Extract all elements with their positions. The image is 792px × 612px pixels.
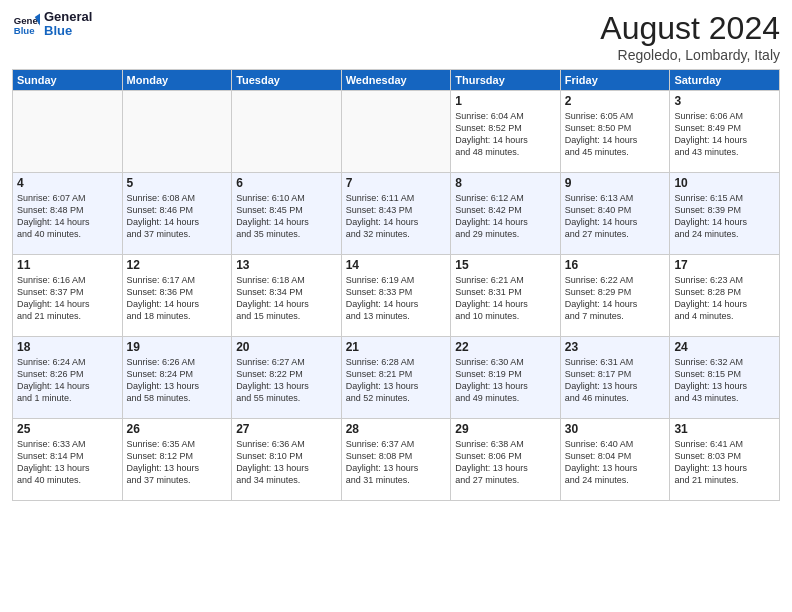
day-cell-1-0: 4Sunrise: 6:07 AM Sunset: 8:48 PM Daylig…	[13, 173, 123, 255]
day-info: Sunrise: 6:40 AM Sunset: 8:04 PM Dayligh…	[565, 438, 666, 487]
day-cell-1-1: 5Sunrise: 6:08 AM Sunset: 8:46 PM Daylig…	[122, 173, 232, 255]
header-wednesday: Wednesday	[341, 70, 451, 91]
day-number: 10	[674, 176, 775, 190]
day-cell-4-6: 31Sunrise: 6:41 AM Sunset: 8:03 PM Dayli…	[670, 419, 780, 501]
day-cell-1-6: 10Sunrise: 6:15 AM Sunset: 8:39 PM Dayli…	[670, 173, 780, 255]
day-info: Sunrise: 6:07 AM Sunset: 8:48 PM Dayligh…	[17, 192, 118, 241]
day-info: Sunrise: 6:28 AM Sunset: 8:21 PM Dayligh…	[346, 356, 447, 405]
day-info: Sunrise: 6:27 AM Sunset: 8:22 PM Dayligh…	[236, 356, 337, 405]
day-info: Sunrise: 6:23 AM Sunset: 8:28 PM Dayligh…	[674, 274, 775, 323]
day-number: 31	[674, 422, 775, 436]
week-row-2: 4Sunrise: 6:07 AM Sunset: 8:48 PM Daylig…	[13, 173, 780, 255]
day-info: Sunrise: 6:13 AM Sunset: 8:40 PM Dayligh…	[565, 192, 666, 241]
day-cell-3-5: 23Sunrise: 6:31 AM Sunset: 8:17 PM Dayli…	[560, 337, 670, 419]
day-number: 8	[455, 176, 556, 190]
weekday-header-row: Sunday Monday Tuesday Wednesday Thursday…	[13, 70, 780, 91]
day-info: Sunrise: 6:10 AM Sunset: 8:45 PM Dayligh…	[236, 192, 337, 241]
day-number: 23	[565, 340, 666, 354]
day-number: 2	[565, 94, 666, 108]
day-cell-4-1: 26Sunrise: 6:35 AM Sunset: 8:12 PM Dayli…	[122, 419, 232, 501]
day-info: Sunrise: 6:19 AM Sunset: 8:33 PM Dayligh…	[346, 274, 447, 323]
day-number: 12	[127, 258, 228, 272]
header-friday: Friday	[560, 70, 670, 91]
day-number: 9	[565, 176, 666, 190]
logo-blue: Blue	[44, 24, 92, 38]
day-number: 3	[674, 94, 775, 108]
day-number: 7	[346, 176, 447, 190]
day-cell-1-5: 9Sunrise: 6:13 AM Sunset: 8:40 PM Daylig…	[560, 173, 670, 255]
day-info: Sunrise: 6:33 AM Sunset: 8:14 PM Dayligh…	[17, 438, 118, 487]
day-cell-3-0: 18Sunrise: 6:24 AM Sunset: 8:26 PM Dayli…	[13, 337, 123, 419]
month-title: August 2024	[600, 10, 780, 47]
day-info: Sunrise: 6:31 AM Sunset: 8:17 PM Dayligh…	[565, 356, 666, 405]
calendar-table: Sunday Monday Tuesday Wednesday Thursday…	[12, 69, 780, 501]
day-cell-0-3	[341, 91, 451, 173]
day-number: 26	[127, 422, 228, 436]
day-cell-0-2	[232, 91, 342, 173]
day-cell-2-6: 17Sunrise: 6:23 AM Sunset: 8:28 PM Dayli…	[670, 255, 780, 337]
header-saturday: Saturday	[670, 70, 780, 91]
day-info: Sunrise: 6:05 AM Sunset: 8:50 PM Dayligh…	[565, 110, 666, 159]
day-cell-2-0: 11Sunrise: 6:16 AM Sunset: 8:37 PM Dayli…	[13, 255, 123, 337]
day-cell-3-6: 24Sunrise: 6:32 AM Sunset: 8:15 PM Dayli…	[670, 337, 780, 419]
header: General Blue General Blue August 2024 Re…	[12, 10, 780, 63]
day-number: 28	[346, 422, 447, 436]
day-number: 20	[236, 340, 337, 354]
day-cell-2-4: 15Sunrise: 6:21 AM Sunset: 8:31 PM Dayli…	[451, 255, 561, 337]
week-row-4: 18Sunrise: 6:24 AM Sunset: 8:26 PM Dayli…	[13, 337, 780, 419]
day-info: Sunrise: 6:36 AM Sunset: 8:10 PM Dayligh…	[236, 438, 337, 487]
day-cell-0-6: 3Sunrise: 6:06 AM Sunset: 8:49 PM Daylig…	[670, 91, 780, 173]
day-info: Sunrise: 6:15 AM Sunset: 8:39 PM Dayligh…	[674, 192, 775, 241]
day-cell-1-4: 8Sunrise: 6:12 AM Sunset: 8:42 PM Daylig…	[451, 173, 561, 255]
day-info: Sunrise: 6:21 AM Sunset: 8:31 PM Dayligh…	[455, 274, 556, 323]
day-info: Sunrise: 6:38 AM Sunset: 8:06 PM Dayligh…	[455, 438, 556, 487]
day-number: 24	[674, 340, 775, 354]
day-info: Sunrise: 6:24 AM Sunset: 8:26 PM Dayligh…	[17, 356, 118, 405]
header-thursday: Thursday	[451, 70, 561, 91]
day-number: 4	[17, 176, 118, 190]
svg-text:Blue: Blue	[14, 25, 35, 36]
day-number: 6	[236, 176, 337, 190]
day-info: Sunrise: 6:41 AM Sunset: 8:03 PM Dayligh…	[674, 438, 775, 487]
logo: General Blue General Blue	[12, 10, 92, 39]
day-cell-2-3: 14Sunrise: 6:19 AM Sunset: 8:33 PM Dayli…	[341, 255, 451, 337]
day-info: Sunrise: 6:16 AM Sunset: 8:37 PM Dayligh…	[17, 274, 118, 323]
day-info: Sunrise: 6:22 AM Sunset: 8:29 PM Dayligh…	[565, 274, 666, 323]
day-cell-3-2: 20Sunrise: 6:27 AM Sunset: 8:22 PM Dayli…	[232, 337, 342, 419]
day-number: 22	[455, 340, 556, 354]
day-number: 19	[127, 340, 228, 354]
day-cell-3-4: 22Sunrise: 6:30 AM Sunset: 8:19 PM Dayli…	[451, 337, 561, 419]
day-cell-4-2: 27Sunrise: 6:36 AM Sunset: 8:10 PM Dayli…	[232, 419, 342, 501]
week-row-5: 25Sunrise: 6:33 AM Sunset: 8:14 PM Dayli…	[13, 419, 780, 501]
page-container: General Blue General Blue August 2024 Re…	[0, 0, 792, 612]
day-number: 29	[455, 422, 556, 436]
day-number: 13	[236, 258, 337, 272]
day-info: Sunrise: 6:12 AM Sunset: 8:42 PM Dayligh…	[455, 192, 556, 241]
day-info: Sunrise: 6:37 AM Sunset: 8:08 PM Dayligh…	[346, 438, 447, 487]
day-cell-0-5: 2Sunrise: 6:05 AM Sunset: 8:50 PM Daylig…	[560, 91, 670, 173]
day-info: Sunrise: 6:17 AM Sunset: 8:36 PM Dayligh…	[127, 274, 228, 323]
day-cell-2-1: 12Sunrise: 6:17 AM Sunset: 8:36 PM Dayli…	[122, 255, 232, 337]
title-block: August 2024 Regoledo, Lombardy, Italy	[600, 10, 780, 63]
day-number: 17	[674, 258, 775, 272]
day-info: Sunrise: 6:30 AM Sunset: 8:19 PM Dayligh…	[455, 356, 556, 405]
day-cell-0-0	[13, 91, 123, 173]
day-info: Sunrise: 6:26 AM Sunset: 8:24 PM Dayligh…	[127, 356, 228, 405]
day-number: 5	[127, 176, 228, 190]
day-number: 14	[346, 258, 447, 272]
day-number: 25	[17, 422, 118, 436]
day-number: 11	[17, 258, 118, 272]
day-cell-2-2: 13Sunrise: 6:18 AM Sunset: 8:34 PM Dayli…	[232, 255, 342, 337]
location-title: Regoledo, Lombardy, Italy	[600, 47, 780, 63]
day-cell-3-1: 19Sunrise: 6:26 AM Sunset: 8:24 PM Dayli…	[122, 337, 232, 419]
day-cell-2-5: 16Sunrise: 6:22 AM Sunset: 8:29 PM Dayli…	[560, 255, 670, 337]
day-cell-0-4: 1Sunrise: 6:04 AM Sunset: 8:52 PM Daylig…	[451, 91, 561, 173]
day-number: 15	[455, 258, 556, 272]
day-cell-1-2: 6Sunrise: 6:10 AM Sunset: 8:45 PM Daylig…	[232, 173, 342, 255]
day-info: Sunrise: 6:32 AM Sunset: 8:15 PM Dayligh…	[674, 356, 775, 405]
header-tuesday: Tuesday	[232, 70, 342, 91]
day-cell-1-3: 7Sunrise: 6:11 AM Sunset: 8:43 PM Daylig…	[341, 173, 451, 255]
week-row-3: 11Sunrise: 6:16 AM Sunset: 8:37 PM Dayli…	[13, 255, 780, 337]
day-cell-4-3: 28Sunrise: 6:37 AM Sunset: 8:08 PM Dayli…	[341, 419, 451, 501]
logo-icon: General Blue	[12, 10, 40, 38]
